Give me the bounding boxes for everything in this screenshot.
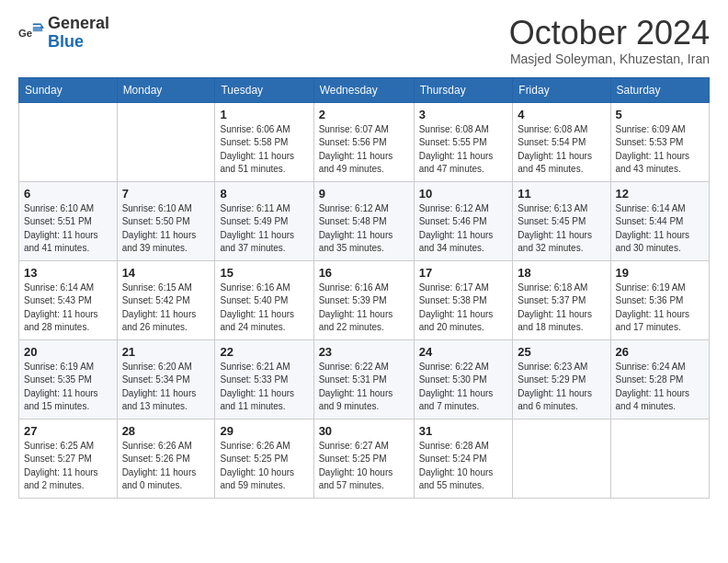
day-number: 25: [518, 345, 605, 359]
calendar-cell: [610, 419, 709, 498]
day-number: 20: [24, 345, 112, 359]
calendar-cell: 23Sunrise: 6:22 AMSunset: 5:31 PMDayligh…: [313, 339, 414, 419]
calendar-cell: 20Sunrise: 6:19 AMSunset: 5:35 PMDayligh…: [19, 339, 118, 419]
month-title: October 2024: [509, 15, 710, 52]
day-info: Sunrise: 6:16 AMSunset: 5:40 PMDaylight:…: [220, 282, 308, 335]
day-info: Sunrise: 6:17 AMSunset: 5:38 PMDaylight:…: [419, 282, 508, 335]
logo: Ge General Blue: [18, 15, 109, 52]
calendar-week-row: 27Sunrise: 6:25 AMSunset: 5:27 PMDayligh…: [19, 419, 710, 498]
calendar-cell: 15Sunrise: 6:16 AMSunset: 5:40 PMDayligh…: [215, 260, 313, 339]
day-info: Sunrise: 6:12 AMSunset: 5:46 PMDaylight:…: [419, 202, 508, 256]
calendar-cell: 16Sunrise: 6:16 AMSunset: 5:39 PMDayligh…: [313, 260, 414, 339]
header-thursday: Thursday: [414, 77, 513, 102]
day-number: 23: [319, 345, 409, 359]
calendar-cell: 19Sunrise: 6:19 AMSunset: 5:36 PMDayligh…: [610, 260, 709, 339]
day-number: 3: [419, 108, 508, 121]
day-number: 30: [319, 424, 409, 438]
day-number: 28: [122, 424, 210, 438]
header: Ge General Blue October 2024 Masjed Sole…: [18, 15, 710, 66]
day-number: 13: [24, 266, 112, 280]
day-info: Sunrise: 6:15 AMSunset: 5:42 PMDaylight:…: [122, 282, 210, 335]
day-info: Sunrise: 6:14 AMSunset: 5:44 PMDaylight:…: [616, 202, 704, 256]
calendar-cell: 8Sunrise: 6:11 AMSunset: 5:49 PMDaylight…: [215, 181, 313, 260]
calendar-cell: 29Sunrise: 6:26 AMSunset: 5:25 PMDayligh…: [215, 419, 313, 498]
day-info: Sunrise: 6:12 AMSunset: 5:48 PMDaylight:…: [319, 202, 409, 256]
calendar-cell: 21Sunrise: 6:20 AMSunset: 5:34 PMDayligh…: [117, 339, 215, 419]
day-number: 15: [220, 266, 308, 280]
calendar-cell: 30Sunrise: 6:27 AMSunset: 5:25 PMDayligh…: [313, 419, 414, 498]
calendar-cell: 22Sunrise: 6:21 AMSunset: 5:33 PMDayligh…: [215, 339, 313, 419]
day-info: Sunrise: 6:24 AMSunset: 5:28 PMDaylight:…: [616, 361, 704, 414]
calendar-cell: 5Sunrise: 6:09 AMSunset: 5:53 PMDaylight…: [610, 102, 709, 181]
logo-general: General: [48, 14, 109, 32]
calendar-week-row: 13Sunrise: 6:14 AMSunset: 5:43 PMDayligh…: [19, 260, 710, 339]
day-info: Sunrise: 6:28 AMSunset: 5:24 PMDaylight:…: [419, 440, 508, 493]
calendar-header-row: SundayMondayTuesdayWednesdayThursdayFrid…: [19, 77, 710, 102]
calendar-cell: 2Sunrise: 6:07 AMSunset: 5:56 PMDaylight…: [313, 102, 414, 181]
day-number: 27: [24, 424, 112, 438]
day-number: 8: [220, 187, 308, 201]
logo-blue: Blue: [48, 32, 84, 51]
day-info: Sunrise: 6:19 AMSunset: 5:36 PMDaylight:…: [616, 282, 704, 335]
day-number: 16: [319, 266, 409, 280]
day-number: 12: [616, 187, 704, 201]
day-info: Sunrise: 6:25 AMSunset: 5:27 PMDaylight:…: [24, 440, 112, 493]
day-info: Sunrise: 6:08 AMSunset: 5:55 PMDaylight:…: [419, 123, 508, 177]
day-info: Sunrise: 6:26 AMSunset: 5:25 PMDaylight:…: [220, 440, 308, 493]
day-info: Sunrise: 6:23 AMSunset: 5:29 PMDaylight:…: [518, 361, 605, 414]
day-number: 14: [122, 266, 210, 280]
location-subtitle: Masjed Soleyman, Khuzestan, Iran: [509, 52, 710, 66]
svg-text:Ge: Ge: [18, 27, 32, 38]
calendar-cell: 31Sunrise: 6:28 AMSunset: 5:24 PMDayligh…: [414, 419, 513, 498]
calendar-cell: 1Sunrise: 6:06 AMSunset: 5:58 PMDaylight…: [215, 102, 313, 181]
day-number: 6: [24, 187, 112, 201]
calendar-week-row: 6Sunrise: 6:10 AMSunset: 5:51 PMDaylight…: [19, 181, 710, 260]
day-number: 17: [419, 266, 508, 280]
day-info: Sunrise: 6:13 AMSunset: 5:45 PMDaylight:…: [518, 202, 605, 256]
calendar-week-row: 1Sunrise: 6:06 AMSunset: 5:58 PMDaylight…: [19, 102, 710, 181]
calendar-cell: 27Sunrise: 6:25 AMSunset: 5:27 PMDayligh…: [19, 419, 118, 498]
header-friday: Friday: [513, 77, 610, 102]
day-number: 22: [220, 345, 308, 359]
logo-text: General Blue: [48, 15, 109, 52]
day-number: 1: [220, 108, 308, 121]
day-info: Sunrise: 6:11 AMSunset: 5:49 PMDaylight:…: [220, 202, 308, 256]
day-info: Sunrise: 6:22 AMSunset: 5:31 PMDaylight:…: [319, 361, 409, 414]
calendar-cell: 10Sunrise: 6:12 AMSunset: 5:46 PMDayligh…: [414, 181, 513, 260]
day-number: 2: [319, 108, 409, 121]
day-number: 11: [518, 187, 605, 201]
header-wednesday: Wednesday: [313, 77, 414, 102]
calendar-cell: 13Sunrise: 6:14 AMSunset: 5:43 PMDayligh…: [19, 260, 118, 339]
calendar-cell: [117, 102, 215, 181]
calendar-cell: 26Sunrise: 6:24 AMSunset: 5:28 PMDayligh…: [610, 339, 709, 419]
calendar-cell: 24Sunrise: 6:22 AMSunset: 5:30 PMDayligh…: [414, 339, 513, 419]
day-info: Sunrise: 6:07 AMSunset: 5:56 PMDaylight:…: [319, 123, 409, 177]
calendar-cell: 18Sunrise: 6:18 AMSunset: 5:37 PMDayligh…: [513, 260, 610, 339]
calendar-cell: [19, 102, 118, 181]
day-number: 5: [616, 108, 704, 121]
day-info: Sunrise: 6:08 AMSunset: 5:54 PMDaylight:…: [518, 123, 605, 177]
day-info: Sunrise: 6:20 AMSunset: 5:34 PMDaylight:…: [122, 361, 210, 414]
calendar-cell: 4Sunrise: 6:08 AMSunset: 5:54 PMDaylight…: [513, 102, 610, 181]
header-tuesday: Tuesday: [215, 77, 313, 102]
calendar-cell: 17Sunrise: 6:17 AMSunset: 5:38 PMDayligh…: [414, 260, 513, 339]
calendar-cell: 3Sunrise: 6:08 AMSunset: 5:55 PMDaylight…: [414, 102, 513, 181]
title-area: October 2024 Masjed Soleyman, Khuzestan,…: [509, 15, 710, 66]
calendar-cell: 7Sunrise: 6:10 AMSunset: 5:50 PMDaylight…: [117, 181, 215, 260]
day-number: 4: [518, 108, 605, 121]
day-info: Sunrise: 6:10 AMSunset: 5:50 PMDaylight:…: [122, 202, 210, 256]
day-info: Sunrise: 6:21 AMSunset: 5:33 PMDaylight:…: [220, 361, 308, 414]
calendar-cell: 12Sunrise: 6:14 AMSunset: 5:44 PMDayligh…: [610, 181, 709, 260]
day-info: Sunrise: 6:22 AMSunset: 5:30 PMDaylight:…: [419, 361, 508, 414]
calendar-cell: 11Sunrise: 6:13 AMSunset: 5:45 PMDayligh…: [513, 181, 610, 260]
header-monday: Monday: [117, 77, 215, 102]
day-info: Sunrise: 6:18 AMSunset: 5:37 PMDaylight:…: [518, 282, 605, 335]
day-info: Sunrise: 6:19 AMSunset: 5:35 PMDaylight:…: [24, 361, 112, 414]
day-number: 18: [518, 266, 605, 280]
calendar-cell: 28Sunrise: 6:26 AMSunset: 5:26 PMDayligh…: [117, 419, 215, 498]
header-sunday: Sunday: [19, 77, 118, 102]
day-number: 7: [122, 187, 210, 201]
day-info: Sunrise: 6:14 AMSunset: 5:43 PMDaylight:…: [24, 282, 112, 335]
day-number: 29: [220, 424, 308, 438]
day-info: Sunrise: 6:10 AMSunset: 5:51 PMDaylight:…: [24, 202, 112, 256]
